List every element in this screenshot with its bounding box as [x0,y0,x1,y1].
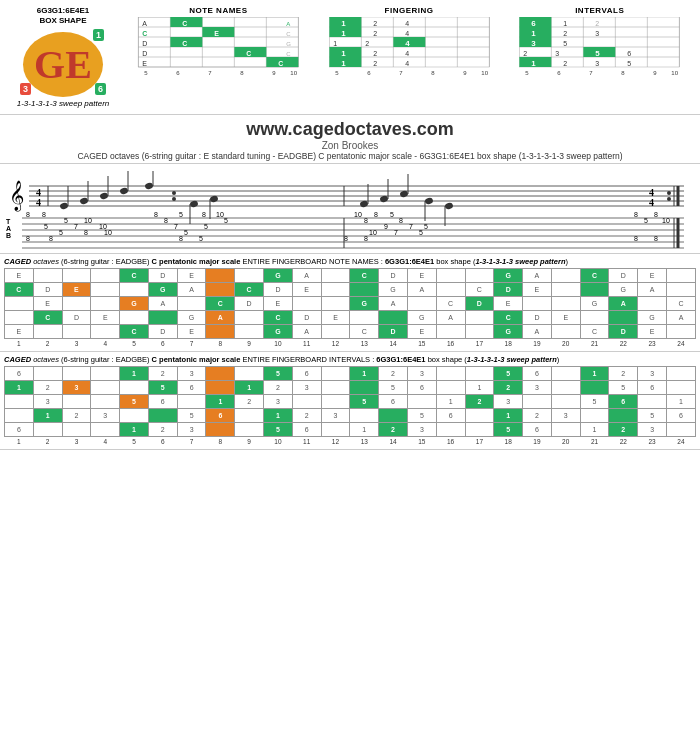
svg-text:A: A [142,20,147,27]
svg-text:9: 9 [384,223,388,230]
svg-text:C: C [278,60,283,67]
svg-text:2: 2 [564,60,568,67]
svg-text:5: 5 [64,217,68,224]
svg-text:8: 8 [634,211,638,218]
website-author: Zon Brookes [0,140,700,151]
svg-text:8: 8 [240,70,244,76]
svg-point-128 [144,182,153,190]
svg-text:A: A [6,225,11,232]
svg-text:𝄞: 𝄞 [9,180,24,212]
svg-text:8: 8 [431,70,435,76]
svg-point-131 [172,197,176,201]
svg-text:1: 1 [532,29,537,38]
svg-text:6: 6 [558,70,562,76]
svg-text:C: C [182,40,187,47]
svg-text:10: 10 [354,211,362,218]
svg-point-124 [99,192,108,200]
caged-label-2: CAGED [4,355,31,364]
svg-text:D: D [142,50,147,57]
box-shape-title: 6G3G1:6E4E1 BOX SHAPE [37,6,89,25]
svg-text:10: 10 [290,70,297,76]
sweep-pattern: 1-3-1-3-1-3 sweep pattern [17,99,110,108]
svg-text:2: 2 [365,40,369,47]
svg-text:8: 8 [179,235,183,242]
svg-point-143 [424,197,433,205]
svg-point-126 [119,187,128,195]
svg-text:5: 5 [144,70,148,76]
svg-text:5: 5 [596,49,601,58]
svg-text:7: 7 [174,223,178,230]
svg-text:1: 1 [564,20,568,27]
svg-text:B: B [6,232,11,239]
svg-text:2: 2 [564,30,568,37]
svg-point-122 [79,197,88,205]
fingerboard-intervals-title: CAGED octaves (6-string guitar : EADGBE)… [4,355,696,364]
caged-label: CAGED [4,257,31,266]
svg-text:8: 8 [364,235,368,242]
svg-text:6: 6 [367,70,371,76]
svg-text:6: 6 [532,19,537,28]
svg-text:2: 2 [373,60,377,67]
svg-text:5: 5 [628,60,632,67]
fingering-diagram: FINGERING 1 2 4 1 2 4 [317,6,502,77]
svg-text:5: 5 [179,211,183,218]
svg-text:1: 1 [532,59,537,68]
svg-text:T: T [6,218,11,225]
badge-3: 6 [95,83,106,95]
svg-text:5: 5 [526,70,530,76]
ge-letters: GE [34,45,92,85]
svg-text:5: 5 [44,223,48,230]
svg-text:3: 3 [556,50,560,57]
top-diagrams: NOTE NAMES A C [126,6,692,77]
svg-text:5: 5 [224,217,228,224]
intervals-title: INTERVALS [575,6,624,15]
note-names-svg: A C D D E C C E C C A C G [126,17,311,77]
svg-text:8: 8 [42,211,46,218]
svg-text:6: 6 [628,50,632,57]
note-names-diagram: NOTE NAMES A C [126,6,311,77]
svg-text:5: 5 [204,223,208,230]
svg-text:1: 1 [341,29,346,38]
svg-point-130 [172,191,176,195]
top-section: 6G3G1:6E4E1 BOX SHAPE GE 1 3 6 1-3-1-3-1… [0,0,700,115]
svg-text:9: 9 [463,70,467,76]
svg-text:5: 5 [59,229,63,236]
svg-text:5: 5 [184,229,188,236]
svg-text:4: 4 [405,30,409,37]
svg-text:9: 9 [272,70,276,76]
svg-text:8: 8 [634,235,638,242]
svg-text:5: 5 [390,211,394,218]
svg-text:7: 7 [74,223,78,230]
svg-text:10: 10 [84,217,92,224]
svg-text:A: A [286,21,290,27]
svg-text:5: 5 [564,40,568,47]
box-shape-container: 6G3G1:6E4E1 BOX SHAPE GE 1 3 6 1-3-1-3-1… [8,6,118,108]
svg-point-150 [667,197,671,201]
svg-text:8: 8 [374,211,378,218]
svg-point-120 [59,202,68,210]
svg-text:2: 2 [373,20,377,27]
svg-text:C: C [182,20,187,27]
fingerboard-intervals-grid: 6123561235612312356123561235635612356123… [4,366,696,446]
svg-text:4: 4 [405,39,410,48]
svg-text:10: 10 [672,70,679,76]
note-names-title: NOTE NAMES [189,6,247,15]
svg-text:9: 9 [654,70,658,76]
svg-text:E: E [142,60,147,67]
badge-1: 1 [93,29,104,41]
svg-text:C: C [286,51,291,57]
svg-text:6: 6 [176,70,180,76]
staff-notation: 𝄞 4 4 [4,166,684,251]
svg-text:10: 10 [481,70,488,76]
svg-text:10: 10 [369,229,377,236]
svg-text:2: 2 [373,50,377,57]
svg-text:G: G [286,41,291,47]
website-section: www.cagedoctaves.com Zon Brookes CAGED o… [0,115,700,164]
svg-text:10: 10 [104,229,112,236]
svg-text:8: 8 [399,217,403,224]
intervals-svg: 6 1 2 1 2 3 3 5 2 3 5 6 1 2 3 5 [507,17,692,77]
svg-text:8: 8 [26,235,30,242]
svg-text:8: 8 [84,229,88,236]
svg-text:3: 3 [596,60,600,67]
svg-text:7: 7 [394,229,398,236]
